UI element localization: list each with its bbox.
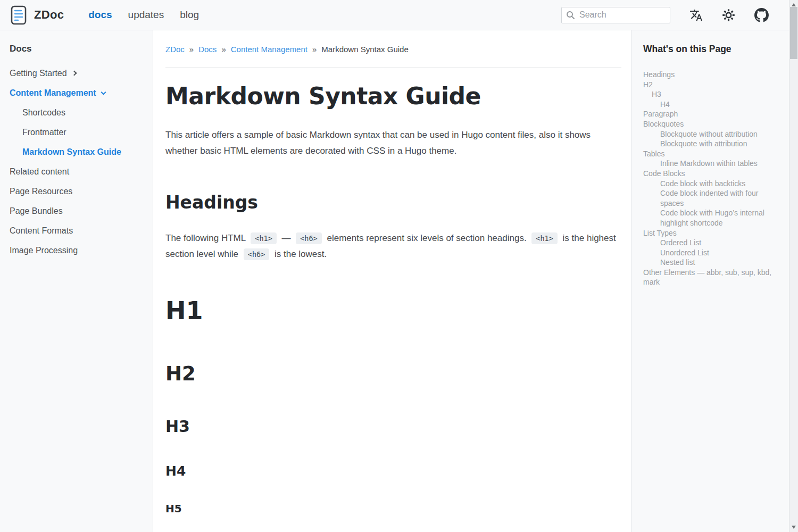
sidebar-item-label: Frontmatter xyxy=(22,128,66,137)
toc-panel: What's on this Page HeadingsH2H3H4Paragr… xyxy=(631,30,789,532)
demo-heading-h1: H1 xyxy=(165,296,621,325)
sidebar-item-label: Related content xyxy=(10,167,69,177)
sidebar-item-getting-started[interactable]: Getting Started xyxy=(10,69,147,78)
sidebar-item-label: Markdown Syntax Guide xyxy=(22,147,121,157)
brand-name: ZDoc xyxy=(34,8,64,22)
breadcrumb-zdoc[interactable]: ZDoc xyxy=(165,45,185,54)
sidebar-item-label: Shortcodes xyxy=(22,108,65,118)
main-nav: docs updates blog xyxy=(88,9,199,21)
inline-code-tag: <h1> xyxy=(531,232,558,244)
toc-item-blockquotes[interactable]: Blockquotes xyxy=(643,119,776,129)
zdoc-logo-icon xyxy=(11,5,27,25)
breadcrumb-content-management[interactable]: Content Management xyxy=(231,45,307,54)
toc-item-code-block-with-hugo-s-internal-highlight-shortcode[interactable]: Code block with Hugo’s internal highligh… xyxy=(643,208,776,228)
gear-icon[interactable] xyxy=(722,9,735,22)
sidebar-item-page-bundles[interactable]: Page Bundles xyxy=(10,206,147,216)
demo-heading-h4: H4 xyxy=(165,463,621,479)
search-input[interactable] xyxy=(579,10,666,20)
sidebar-item-label: Getting Started xyxy=(10,69,67,78)
sidebar-item-page-resources[interactable]: Page Resources xyxy=(10,187,147,196)
inline-code-tag: <h6> xyxy=(296,232,322,244)
article-intro: This article offers a sample of basic Ma… xyxy=(165,127,621,159)
scrollbar[interactable] xyxy=(789,0,798,532)
toc-item-tables[interactable]: Tables xyxy=(643,149,776,159)
toc-item-code-blocks[interactable]: Code Blocks xyxy=(643,169,776,179)
top-navbar: ZDoc docs updates blog xyxy=(0,0,789,30)
toc-item-paragraph[interactable]: Paragraph xyxy=(643,109,776,119)
toc-item-blockquote-without-attribution[interactable]: Blockquote without attribution xyxy=(643,129,776,139)
toc-item-code-block-indented-with-four-spaces[interactable]: Code block indented with four spaces xyxy=(643,188,776,208)
docs-sidebar: Docs Getting StartedContent ManagementSh… xyxy=(0,30,153,532)
translate-icon[interactable] xyxy=(689,9,703,22)
sidebar-item-shortcodes[interactable]: Shortcodes xyxy=(10,108,147,118)
sidebar-item-markdown-syntax-guide[interactable]: Markdown Syntax Guide xyxy=(10,147,147,157)
toc-item-headings[interactable]: Headings xyxy=(643,70,776,80)
breadcrumb-markdown-syntax-guide: Markdown Syntax Guide xyxy=(321,45,408,54)
toc-item-h4[interactable]: H4 xyxy=(643,99,776,110)
inline-code-tag: <h1> xyxy=(251,232,277,244)
section-heading-headings: Headings xyxy=(165,192,621,213)
paragraph-text: The following HTML xyxy=(165,233,248,243)
inline-code-tag: <h6> xyxy=(244,248,270,260)
paragraph-text: — xyxy=(279,233,293,243)
brand-home-link[interactable]: ZDoc xyxy=(11,5,64,25)
sidebar-item-related-content[interactable]: Related content xyxy=(10,167,147,177)
toc-item-list-types[interactable]: List Types xyxy=(643,228,776,238)
page: ZDoc docs updates blog xyxy=(0,0,789,532)
search-icon xyxy=(566,11,575,20)
nav-link-updates[interactable]: updates xyxy=(128,9,164,21)
nav-link-docs[interactable]: docs xyxy=(88,9,112,21)
nav-link-blog[interactable]: blog xyxy=(180,9,199,21)
sidebar-item-image-processing[interactable]: Image Processing xyxy=(10,246,147,255)
toc-item-ordered-list[interactable]: Ordered List xyxy=(643,238,776,248)
sidebar-item-frontmatter[interactable]: Frontmatter xyxy=(10,128,147,137)
sidebar-title: Docs xyxy=(10,44,147,54)
sidebar-item-content-formats[interactable]: Content Formats xyxy=(10,226,147,236)
sidebar-item-label: Image Processing xyxy=(10,246,78,255)
github-icon[interactable] xyxy=(754,8,769,22)
demo-heading-h3: H3 xyxy=(165,417,621,436)
toc-list: HeadingsH2H3H4ParagraphBlockquotesBlockq… xyxy=(643,70,776,287)
sidebar-item-label: Page Bundles xyxy=(10,206,63,216)
chevron-down-icon xyxy=(101,89,106,95)
breadcrumb-separator: » xyxy=(312,45,317,54)
scrollbar-down-arrow[interactable] xyxy=(792,526,796,529)
toc-item-other-elements-abbr-sub-sup-kbd-mark[interactable]: Other Elements — abbr, sub, sup, kbd, ma… xyxy=(643,268,776,287)
toc-item-code-block-with-backticks[interactable]: Code block with backticks xyxy=(643,179,776,189)
paragraph-text: is the lowest. xyxy=(272,249,327,259)
scrollbar-up-arrow[interactable] xyxy=(792,3,796,6)
demo-headings: H1H2H3H4H5H6 xyxy=(165,296,621,532)
headings-paragraph: The following HTML <h1> — <h6> elements … xyxy=(165,230,621,262)
breadcrumb-docs[interactable]: Docs xyxy=(198,45,217,54)
breadcrumb: ZDoc»Docs»Content Management»Markdown Sy… xyxy=(165,45,621,54)
search-box[interactable] xyxy=(561,7,670,23)
toc-item-h3[interactable]: H3 xyxy=(643,89,776,99)
demo-heading-h5: H5 xyxy=(165,502,621,515)
sidebar-item-label: Content Management xyxy=(10,88,96,98)
navbar-right xyxy=(561,7,769,23)
page-title: Markdown Syntax Guide xyxy=(165,82,621,110)
toc-title: What's on this Page xyxy=(643,44,776,55)
breadcrumb-separator: » xyxy=(221,45,226,54)
scrollbar-thumb[interactable] xyxy=(790,7,797,59)
layout: Docs Getting StartedContent ManagementSh… xyxy=(0,30,789,532)
chevron-right-icon xyxy=(71,70,77,76)
toc-item-blockquote-with-attribution[interactable]: Blockquote with attribution xyxy=(643,139,776,149)
paragraph-text: elements represent six levels of section… xyxy=(325,233,529,243)
breadcrumb-divider xyxy=(165,68,621,68)
toc-item-h2[interactable]: H2 xyxy=(643,80,776,90)
toc-item-inline-markdown-within-tables[interactable]: Inline Markdown within tables xyxy=(643,159,776,169)
sidebar-nav-list: Getting StartedContent ManagementShortco… xyxy=(10,69,147,255)
sidebar-item-label: Page Resources xyxy=(10,187,72,196)
toc-item-nested-list[interactable]: Nested list xyxy=(643,257,776,268)
article-content: ZDoc»Docs»Content Management»Markdown Sy… xyxy=(153,30,631,532)
sidebar-item-label: Content Formats xyxy=(10,226,73,236)
sidebar-item-content-management[interactable]: Content Management xyxy=(10,88,147,98)
toc-item-unordered-list[interactable]: Unordered List xyxy=(643,248,776,258)
demo-heading-h2: H2 xyxy=(165,362,621,385)
breadcrumb-separator: » xyxy=(189,45,194,54)
